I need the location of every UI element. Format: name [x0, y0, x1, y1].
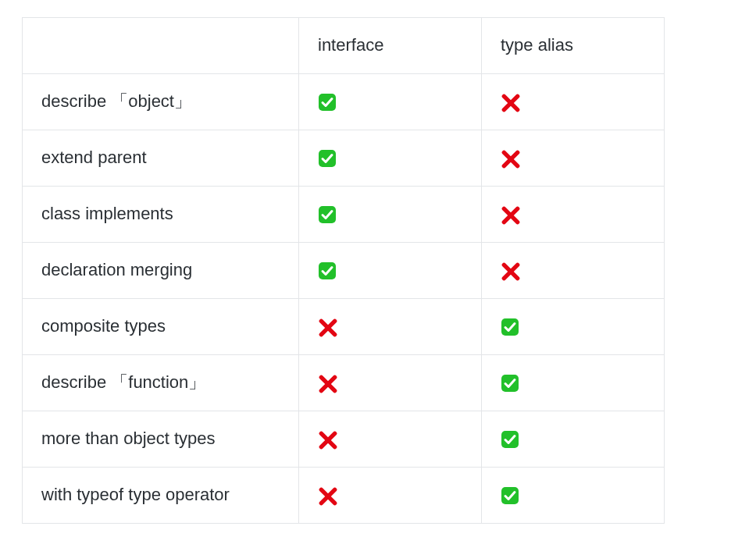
- type-alias-cell: [482, 74, 665, 130]
- feature-cell: describe 「object」: [23, 74, 299, 130]
- check-icon: [501, 430, 519, 449]
- interface-cell: [299, 187, 482, 243]
- cross-icon: [501, 149, 519, 168]
- interface-cell: [299, 411, 482, 468]
- table-row: describe 「object」: [23, 74, 665, 130]
- header-feature: [23, 18, 299, 74]
- header-interface: interface: [299, 18, 482, 74]
- interface-cell: [299, 243, 482, 299]
- cross-icon: [318, 374, 337, 393]
- check-icon: [318, 149, 337, 168]
- cross-icon: [501, 93, 519, 112]
- type-alias-cell: [482, 411, 665, 468]
- cross-icon: [318, 430, 337, 449]
- header-type-alias: type alias: [482, 18, 665, 74]
- cross-icon: [318, 486, 337, 505]
- feature-cell: class implements: [23, 187, 299, 243]
- check-icon: [318, 93, 337, 112]
- check-icon: [501, 486, 519, 505]
- table-row: more than object types: [23, 411, 665, 468]
- cross-icon: [501, 261, 519, 280]
- feature-cell: extend parent: [23, 130, 299, 187]
- interface-cell: [299, 355, 482, 411]
- table-row: describe 「function」: [23, 355, 665, 411]
- feature-cell: declaration merging: [23, 243, 299, 299]
- comparison-table-container: interface type alias describe 「object」ex…: [0, 0, 756, 537]
- check-icon: [318, 261, 337, 280]
- check-icon: [318, 205, 337, 224]
- interface-cell: [299, 130, 482, 187]
- feature-cell: describe 「function」: [23, 355, 299, 411]
- type-alias-cell: [482, 299, 665, 355]
- feature-cell: more than object types: [23, 411, 299, 468]
- interface-cell: [299, 74, 482, 130]
- table-header-row: interface type alias: [23, 18, 665, 74]
- check-icon: [501, 318, 519, 336]
- table-body: describe 「object」extend parentclass impl…: [23, 74, 665, 524]
- type-alias-cell: [482, 187, 665, 243]
- table-row: composite types: [23, 299, 665, 355]
- feature-cell: with typeof type operator: [23, 468, 299, 524]
- type-alias-cell: [482, 130, 665, 187]
- cross-icon: [501, 205, 519, 224]
- table-row: with typeof type operator: [23, 468, 665, 524]
- table-row: class implements: [23, 187, 665, 243]
- type-alias-cell: [482, 468, 665, 524]
- feature-cell: composite types: [23, 299, 299, 355]
- table-row: declaration merging: [23, 243, 665, 299]
- check-icon: [501, 374, 519, 393]
- interface-cell: [299, 299, 482, 355]
- type-alias-cell: [482, 243, 665, 299]
- cross-icon: [318, 318, 337, 336]
- interface-cell: [299, 468, 482, 524]
- comparison-table: interface type alias describe 「object」ex…: [22, 17, 665, 524]
- table-row: extend parent: [23, 130, 665, 187]
- type-alias-cell: [482, 355, 665, 411]
